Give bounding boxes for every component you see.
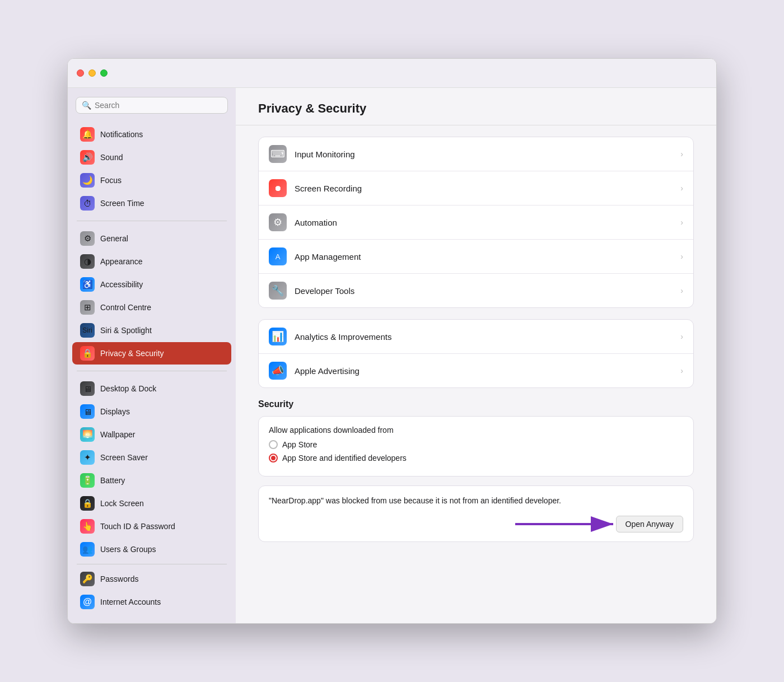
security-section-title: Security [258,399,694,409]
lock-screen-label: Lock Screen [100,499,144,508]
analytics-improvements-row[interactable]: 📊 Analytics & Improvements › [259,320,693,354]
sidebar-item-notifications[interactable]: 🔔 Notifications [72,123,231,146]
sidebar-section-top: 🔔 Notifications 🔊 Sound 🌙 Focus ⏱ Screen… [68,120,236,217]
sidebar-item-users-groups[interactable]: 👥 Users & Groups [72,538,231,560]
sidebar-item-privacy-security[interactable]: 🔒 Privacy & Security [72,342,231,365]
screen-saver-icon: ✦ [80,450,95,465]
sidebar: 🔍 🔔 Notifications 🔊 Sound 🌙 Focus ⏱ S [68,59,236,623]
users-groups-label: Users & Groups [100,545,156,554]
automation-row[interactable]: ⚙ Automation › [259,205,693,240]
sidebar-item-accessibility[interactable]: ♿ Accessibility [72,273,231,296]
screen-time-label: Screen Time [100,199,144,208]
sidebar-item-focus[interactable]: 🌙 Focus [72,169,231,191]
internet-accounts-label: Internet Accounts [100,597,161,606]
sidebar-divider-2 [77,371,227,371]
close-button[interactable] [77,69,84,77]
developer-tools-row[interactable]: 🔧 Developer Tools › [259,274,693,307]
sidebar-item-screen-time[interactable]: ⏱ Screen Time [72,192,231,214]
sidebar-item-lock-screen[interactable]: 🔒 Lock Screen [72,492,231,515]
sidebar-item-battery[interactable]: 🔋 Battery [72,469,231,492]
automation-icon: ⚙ [269,213,287,231]
system-preferences-window: 🔍 🔔 Notifications 🔊 Sound 🌙 Focus ⏱ S [67,58,717,624]
users-groups-icon: 👥 [80,542,95,557]
appearance-icon: ◑ [80,254,95,269]
content-area: ⌨ Input Monitoring › ⏺ Screen Recording … [236,125,716,562]
input-monitoring-icon: ⌨ [269,145,287,163]
screen-recording-icon: ⏺ [269,179,287,197]
chevron-icon-7: › [680,366,683,375]
touch-id-label: Touch ID & Password [100,522,175,531]
sidebar-item-general[interactable]: ⚙ General [72,227,231,250]
allow-downloads-card: Allow applications downloaded from App S… [258,416,694,477]
analytics-icon: 📊 [269,328,287,345]
purple-arrow [510,513,622,535]
apple-advertising-row[interactable]: 📣 Apple Advertising › [259,354,693,387]
internet-accounts-icon: @ [80,595,95,609]
app-store-identified-radio[interactable] [269,454,278,463]
accessibility-icon: ♿ [80,277,95,292]
wallpaper-icon: 🌅 [80,427,95,442]
app-store-option[interactable]: App Store [269,440,683,449]
notifications-icon: 🔔 [80,127,95,142]
sound-icon: 🔊 [80,150,95,165]
app-store-radio[interactable] [269,440,278,449]
app-management-icon: A [269,247,287,265]
sidebar-item-control-centre[interactable]: ⊞ Control Centre [72,296,231,319]
sidebar-item-wallpaper[interactable]: 🌅 Wallpaper [72,423,231,446]
input-monitoring-label: Input Monitoring [295,150,673,159]
chevron-icon-5: › [680,286,683,295]
chevron-icon-2: › [680,184,683,193]
maximize-button[interactable] [100,69,108,77]
blocked-app-card: "NearDrop.app" was blocked from use beca… [258,485,694,542]
analytics-settings-card: 📊 Analytics & Improvements › 📣 Apple Adv… [258,319,694,388]
search-input[interactable] [95,101,222,110]
automation-label: Automation [295,218,673,227]
general-label: General [100,234,128,243]
main-content: Privacy & Security ⌨ Input Monitoring › … [236,59,716,623]
minimize-button[interactable] [88,69,96,77]
notifications-label: Notifications [100,130,143,139]
search-icon: 🔍 [82,101,91,110]
app-management-row[interactable]: A App Management › [259,240,693,274]
sidebar-divider-1 [77,221,227,221]
titlebar [68,59,716,88]
allow-downloads-label: Allow applications downloaded from [269,426,683,435]
sidebar-item-passwords[interactable]: 🔑 Passwords [72,568,231,590]
appearance-label: Appearance [100,257,143,266]
privacy-icon: 🔒 [80,346,95,361]
chevron-icon-6: › [680,332,683,341]
desktop-dock-label: Desktop & Dock [100,384,156,393]
privacy-settings-card: ⌨ Input Monitoring › ⏺ Screen Recording … [258,137,694,308]
developer-tools-label: Developer Tools [295,286,673,296]
lock-screen-icon: 🔒 [80,496,95,511]
sidebar-section-mid: ⚙ General ◑ Appearance ♿ Accessibility ⊞… [68,225,236,367]
open-anyway-button[interactable]: Open Anyway [616,516,683,532]
open-anyway-row: Open Anyway [269,516,683,532]
screen-recording-label: Screen Recording [295,184,673,193]
traffic-lights [77,69,108,77]
app-management-label: App Management [295,252,673,261]
sound-label: Sound [100,153,123,162]
sidebar-item-sound[interactable]: 🔊 Sound [72,146,231,169]
sidebar-section-bottom: 🖥 Desktop & Dock 🖥 Displays 🌅 Wallpaper … [68,375,236,616]
arrow-svg [510,513,622,535]
sidebar-item-touch-id[interactable]: 👆 Touch ID & Password [72,515,231,538]
sidebar-item-displays[interactable]: 🖥 Displays [72,400,231,423]
siri-icon: Siri [80,323,95,338]
sidebar-item-internet-accounts[interactable]: @ Internet Accounts [72,591,231,613]
page-title: Privacy & Security [236,88,716,125]
sidebar-item-appearance[interactable]: ◑ Appearance [72,250,231,273]
screen-recording-row[interactable]: ⏺ Screen Recording › [259,171,693,205]
battery-label: Battery [100,476,125,485]
control-centre-label: Control Centre [100,303,151,312]
sidebar-item-desktop-dock[interactable]: 🖥 Desktop & Dock [72,377,231,400]
privacy-label: Privacy & Security [100,349,164,358]
sidebar-item-siri-spotlight[interactable]: Siri Siri & Spotlight [72,319,231,342]
sidebar-item-screen-saver[interactable]: ✦ Screen Saver [72,446,231,469]
apple-advertising-label: Apple Advertising [295,366,673,376]
app-store-identified-option[interactable]: App Store and identified developers [269,454,683,463]
input-monitoring-row[interactable]: ⌨ Input Monitoring › [259,137,693,171]
desktop-dock-icon: 🖥 [80,381,95,396]
focus-icon: 🌙 [80,173,95,188]
search-box[interactable]: 🔍 [76,97,228,114]
